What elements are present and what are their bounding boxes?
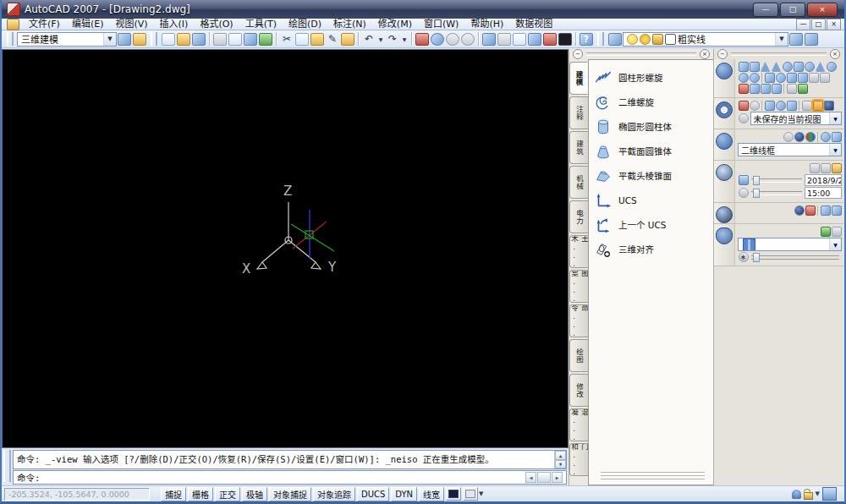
visual-style-section-icon[interactable]	[716, 133, 733, 150]
menu-tools[interactable]: 工具(T)	[239, 19, 283, 30]
light-section-icon[interactable]	[716, 164, 733, 181]
polar-toggle[interactable]: 极轴	[242, 487, 267, 501]
palette-bottom-grip[interactable]	[594, 468, 711, 485]
palette-item-2d-spiral[interactable]: 二维螺旋	[594, 90, 711, 114]
redo-dropdown-icon[interactable]: ▼	[401, 33, 408, 46]
orbit-icon[interactable]	[765, 101, 775, 111]
match-properties-icon[interactable]: ✎	[326, 33, 339, 46]
ortho-toggle[interactable]: 正交	[215, 487, 240, 501]
3d-dwf-icon[interactable]	[259, 33, 272, 46]
cone-icon[interactable]	[772, 62, 782, 72]
palette-item-3d-align[interactable]: 三维对齐	[594, 237, 711, 261]
palette-tab-modify[interactable]: 修改	[569, 374, 588, 407]
loft-icon[interactable]	[776, 73, 786, 83]
materials-teapot-icon[interactable]	[716, 227, 733, 244]
3dmove-icon[interactable]	[787, 84, 797, 94]
pyramid-icon[interactable]	[816, 62, 826, 72]
layer-previous-icon[interactable]	[805, 33, 818, 46]
grid-toggle[interactable]: 栅格	[188, 487, 213, 501]
lineweight-toggle[interactable]: 线宽	[419, 487, 444, 501]
toolbar-lock-icon[interactable]	[804, 492, 813, 500]
make-object-layer-current-icon[interactable]	[789, 33, 803, 46]
named-view-combo[interactable]: 未保存的当前视图 ▼	[750, 112, 843, 125]
palette-item-elliptical-cylinder[interactable]: 椭圆形圆柱体	[594, 114, 711, 139]
layer-freeze-sun-icon[interactable]	[640, 34, 651, 45]
render-environment-icon[interactable]	[821, 205, 831, 216]
render-settings-icon[interactable]	[832, 205, 842, 216]
sky-status-icon[interactable]	[821, 163, 831, 173]
menu-modify[interactable]: 修改(M)	[372, 19, 418, 30]
markup-set-manager-icon[interactable]	[543, 33, 557, 46]
workspace-combo[interactable]: 三维建模 ▼	[17, 32, 117, 47]
menu-edit[interactable]: 编辑(E)	[66, 19, 110, 30]
drawing-canvas[interactable]: Z X Y	[2, 49, 569, 448]
menu-help[interactable]: 帮助(H)	[464, 19, 509, 30]
palette-tab-concrete[interactable]: 混凝...	[569, 408, 588, 441]
intersect-icon[interactable]	[761, 84, 771, 94]
box-icon[interactable]	[750, 62, 760, 72]
interfere-icon[interactable]	[772, 84, 782, 94]
time-slider[interactable]	[751, 191, 802, 195]
dyn-toggle[interactable]: DYN	[391, 487, 417, 501]
conceptual-icon[interactable]	[821, 132, 831, 142]
zoom-realtime-icon[interactable]	[431, 33, 444, 46]
press-pull-icon[interactable]	[787, 73, 797, 83]
render-section-icon[interactable]	[716, 206, 733, 223]
cylinder-icon[interactable]	[794, 62, 804, 72]
my-workspace-icon[interactable]	[133, 33, 146, 46]
render-icon[interactable]	[794, 205, 805, 216]
chevron-down-icon[interactable]: ▼	[829, 238, 841, 250]
palette-tab-modeling[interactable]: 建模	[569, 62, 588, 95]
mdi-close-button[interactable]: ×	[827, 19, 841, 30]
revolve-icon[interactable]	[750, 73, 760, 83]
chevron-down-icon[interactable]: ▼	[829, 144, 841, 156]
plot-preview-icon[interactable]	[228, 33, 242, 46]
help-icon[interactable]: ?	[580, 33, 593, 46]
visual-style-manager-icon[interactable]	[832, 132, 842, 142]
undo-dropdown-icon[interactable]: ▼	[377, 33, 384, 46]
toolbar-grip[interactable]	[597, 32, 604, 46]
properties-icon[interactable]	[482, 33, 496, 46]
palette-item-cone-frustum[interactable]: 平截面圆锥体	[594, 139, 711, 163]
realistic-icon[interactable]	[805, 132, 816, 142]
visual-style-combo[interactable]: 二维线框 ▼	[738, 143, 842, 156]
toolbar-grip[interactable]	[7, 32, 14, 46]
new-icon[interactable]	[162, 33, 175, 46]
menu-draw[interactable]: 绘图(D)	[283, 19, 327, 30]
palette-item-cylindrical-helix[interactable]: 圆柱形螺旋	[594, 65, 711, 90]
palette-minimize-icon[interactable]: −	[573, 49, 583, 59]
block-editor-icon[interactable]	[341, 33, 354, 46]
quickcalc-icon[interactable]	[558, 33, 572, 46]
status-menu-chevron-icon[interactable]: ▼	[816, 490, 820, 497]
scroll-down-icon[interactable]: ▼	[555, 460, 566, 469]
navigate-compass-icon[interactable]	[716, 101, 733, 118]
palette-tab-mechanical[interactable]: 机械	[569, 166, 588, 199]
2d-wireframe-icon[interactable]	[783, 132, 794, 142]
drawing-file-icon[interactable]	[7, 19, 19, 30]
attach-material-icon[interactable]	[832, 227, 842, 237]
sheet-set-manager-icon[interactable]	[528, 33, 541, 46]
sun-time-clock-icon[interactable]	[739, 188, 749, 198]
torus-icon[interactable]	[805, 62, 815, 72]
palette-tab-electrical[interactable]: 电力	[569, 200, 588, 233]
restore-button[interactable]: □	[780, 3, 805, 17]
command-history[interactable]: 命令: _-view 输入选项 [?/删除(D)/正交(O)/恢复(R)/保存(…	[13, 450, 567, 469]
slice-icon[interactable]	[798, 73, 808, 83]
minimize-button[interactable]: —	[753, 3, 778, 17]
palette-item-ucs[interactable]: UCS	[594, 188, 711, 212]
close-button[interactable]: ×	[807, 3, 838, 17]
slider-thumb[interactable]	[753, 176, 760, 185]
command-history-scrollbar[interactable]: ▲ ▼	[554, 451, 566, 468]
slider-thumb[interactable]	[753, 189, 760, 198]
scroll-right-icon[interactable]: ▶	[552, 472, 563, 483]
osnap-toggle[interactable]: 对象捕捉	[269, 487, 311, 501]
mdi-minimize-button[interactable]: —	[796, 19, 810, 30]
chevron-down-icon[interactable]: ▼	[103, 33, 116, 46]
copy-icon[interactable]	[295, 33, 309, 46]
constrained-orbit-icon[interactable]	[776, 101, 786, 111]
palette-item-pyramid-frustum[interactable]: 平截头棱锥面	[594, 163, 711, 188]
redo-icon[interactable]: ↷	[386, 33, 399, 46]
slider-thumb[interactable]	[753, 253, 760, 262]
pan-icon[interactable]	[415, 33, 429, 46]
3drotate-icon[interactable]	[798, 84, 808, 94]
